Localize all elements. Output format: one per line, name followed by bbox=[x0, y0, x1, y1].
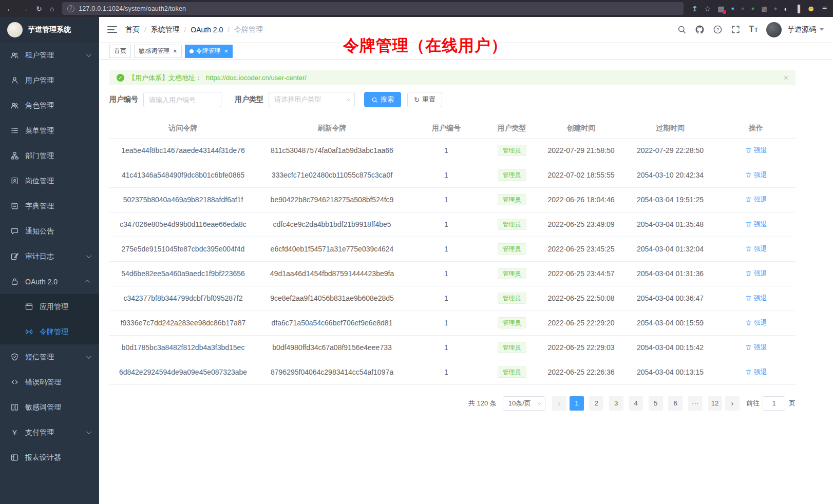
tab-token[interactable]: 令牌管理× bbox=[185, 45, 233, 58]
force-logout-button[interactable]: 强退 bbox=[745, 146, 767, 155]
doc-link[interactable]: https://doc.iocoder.cn/user-center/ bbox=[206, 74, 307, 82]
reset-button[interactable]: ↻ 重置 bbox=[407, 92, 442, 107]
search-icon[interactable] bbox=[676, 25, 687, 35]
sidebar-item-user[interactable]: 用户管理 bbox=[0, 68, 99, 93]
sidebar-item-sms[interactable]: 短信管理 bbox=[0, 344, 99, 370]
circle-green-icon[interactable]: ● bbox=[751, 6, 755, 11]
sidebar-item-role[interactable]: 角色管理 bbox=[0, 93, 99, 118]
refresh-icon: ↻ bbox=[414, 96, 420, 103]
sidebar-item-oauth2-token[interactable]: 令牌管理 bbox=[0, 319, 99, 344]
force-logout-button[interactable]: 强退 bbox=[745, 170, 767, 180]
fullscreen-icon[interactable] bbox=[730, 25, 741, 35]
access-token-cell: 502375b8040a469a9b82188afdf6af1f bbox=[109, 187, 257, 212]
user-type-select[interactable]: 请选择用户类型 bbox=[269, 92, 355, 107]
back-icon[interactable]: ← bbox=[6, 5, 13, 12]
user-id-cell: 1 bbox=[407, 212, 485, 237]
force-logout-button[interactable]: 强退 bbox=[745, 269, 767, 278]
pin-blue-icon[interactable]: ● bbox=[731, 6, 734, 11]
page-button[interactable]: 12 bbox=[708, 396, 722, 411]
tab-close-icon[interactable]: × bbox=[173, 48, 177, 54]
tab-label: 令牌管理 bbox=[196, 47, 221, 55]
chevron-down-icon[interactable] bbox=[820, 28, 824, 31]
sidebar-item-label: 审计日志 bbox=[25, 252, 54, 261]
circle-dark-icon[interactable]: ● bbox=[741, 6, 745, 11]
goto-suffix: 页 bbox=[789, 399, 796, 408]
github-icon[interactable] bbox=[694, 25, 705, 35]
tab-sensitive-word[interactable]: 敏感词管理× bbox=[134, 45, 182, 58]
share-icon[interactable]: ↥ bbox=[692, 5, 698, 12]
table-header-row: 访问令牌 刷新令牌 用户编号 用户类型 创建时间 过期时间 操作 bbox=[109, 119, 796, 138]
page-button[interactable]: 3 bbox=[609, 396, 623, 411]
delete-icon bbox=[745, 221, 752, 227]
col-actions: 操作 bbox=[716, 119, 796, 138]
breadcrumb-item-system[interactable]: 系统管理 bbox=[151, 25, 180, 34]
account-smiley-icon[interactable]: ☻ bbox=[807, 5, 816, 13]
hamburger-icon[interactable] bbox=[107, 26, 117, 33]
next-page-button[interactable]: › bbox=[725, 396, 740, 411]
chevron-down-icon bbox=[86, 354, 91, 359]
circle-gray-icon[interactable]: ● bbox=[774, 6, 778, 11]
home-icon[interactable]: ⌂ bbox=[50, 5, 54, 12]
search-button[interactable]: 搜索 bbox=[364, 92, 401, 107]
force-logout-button[interactable]: 强退 bbox=[745, 318, 767, 327]
font-size-icon[interactable]: TT bbox=[748, 25, 759, 35]
app-logo[interactable]: 芋道管理系统 bbox=[0, 17, 99, 43]
page-button[interactable]: 1 bbox=[570, 396, 584, 411]
sidebar-item-notice[interactable]: 通知公告 bbox=[0, 219, 99, 244]
extensions-icon[interactable]: ▦ bbox=[717, 5, 724, 12]
sidebar-item-dict[interactable]: 字典管理 bbox=[0, 193, 99, 219]
active-tab-dot bbox=[190, 49, 194, 53]
force-logout-button[interactable]: 强退 bbox=[745, 294, 767, 303]
sidebar-item-report-designer[interactable]: 报表设计器 bbox=[0, 445, 99, 470]
shield-icon bbox=[10, 353, 19, 361]
force-logout-button[interactable]: 强退 bbox=[745, 367, 767, 377]
sidebar-item-oauth2-app[interactable]: 应用管理 bbox=[0, 294, 99, 319]
page-button[interactable]: 5 bbox=[649, 396, 663, 411]
sidebar-icon[interactable]: ▐ bbox=[795, 5, 800, 12]
tab-close-icon[interactable]: × bbox=[224, 48, 229, 54]
sidebar-item-pay[interactable]: ¥支付管理 bbox=[0, 420, 99, 445]
prev-page-button[interactable]: ‹ bbox=[552, 396, 566, 411]
sidebar-item-oauth2[interactable]: OAuth 2.0 bbox=[0, 269, 99, 294]
user-id-input[interactable] bbox=[143, 92, 221, 107]
sidebar-item-label: 租户管理 bbox=[25, 51, 54, 60]
force-logout-button[interactable]: 强退 bbox=[745, 195, 767, 204]
forward-icon[interactable]: → bbox=[21, 5, 28, 12]
theme-half-icon[interactable]: ◐ bbox=[784, 5, 788, 12]
username[interactable]: 芋道源码 bbox=[787, 25, 816, 34]
sidebar-item-label: 报表设计器 bbox=[25, 453, 61, 462]
breadcrumb-item-oauth2[interactable]: OAuth 2.0 bbox=[191, 26, 223, 34]
bookmark-icon[interactable]: ☆ bbox=[705, 5, 711, 12]
page-button[interactable]: 2 bbox=[589, 396, 603, 411]
sidebar-item-post[interactable]: 岗位管理 bbox=[0, 168, 99, 193]
page-size-select[interactable]: 10条/页 bbox=[503, 396, 545, 411]
sidebar-item-dept[interactable]: 部门管理 bbox=[0, 143, 99, 168]
refresh-icon[interactable]: ↻ bbox=[36, 5, 42, 12]
breadcrumb-separator: / bbox=[144, 26, 146, 33]
page-button[interactable]: 4 bbox=[629, 396, 643, 411]
alert-close-icon[interactable]: × bbox=[784, 74, 788, 82]
force-logout-button[interactable]: 强退 bbox=[745, 220, 767, 229]
sidebar-item-menu[interactable]: 菜单管理 bbox=[0, 118, 99, 143]
tab-home[interactable]: 首页 bbox=[109, 45, 131, 58]
breadcrumb-item-home[interactable]: 首页 bbox=[125, 25, 140, 34]
puzzle-icon[interactable]: ▩ bbox=[761, 6, 767, 12]
sidebar-menu: 租户管理用户管理角色管理菜单管理部门管理岗位管理字典管理通知公告审计日志OAut… bbox=[0, 43, 99, 470]
url-bar[interactable]: i 127.0.0.1:1024/system/oauth2/token bbox=[62, 2, 684, 15]
goto-page-input[interactable] bbox=[763, 396, 785, 411]
sidebar-item-error-code[interactable]: 错误码管理 bbox=[0, 370, 99, 395]
force-logout-button[interactable]: 强退 bbox=[745, 343, 767, 352]
user-avatar[interactable] bbox=[766, 22, 782, 37]
user-icon bbox=[10, 76, 19, 85]
page-button[interactable]: 6 bbox=[668, 396, 683, 411]
page-button[interactable]: ··· bbox=[688, 396, 703, 411]
menu-icon[interactable]: ≡ bbox=[822, 5, 827, 13]
sidebar-item-tenant[interactable]: 租户管理 bbox=[0, 43, 99, 68]
help-icon[interactable] bbox=[712, 25, 723, 35]
sidebar-item-sensitive-word[interactable]: 敏感词管理 bbox=[0, 395, 99, 420]
force-logout-button[interactable]: 强退 bbox=[745, 244, 767, 254]
site-info-icon[interactable]: i bbox=[67, 5, 74, 12]
refresh-token-cell: 8796295f04064c2983414cc54af1097a bbox=[257, 360, 407, 384]
sidebar-item-audit-log[interactable]: 审计日志 bbox=[0, 244, 99, 269]
table-row: b0d1785bc3a8482f812db4a3f3bd15ec b0df498… bbox=[109, 335, 796, 360]
